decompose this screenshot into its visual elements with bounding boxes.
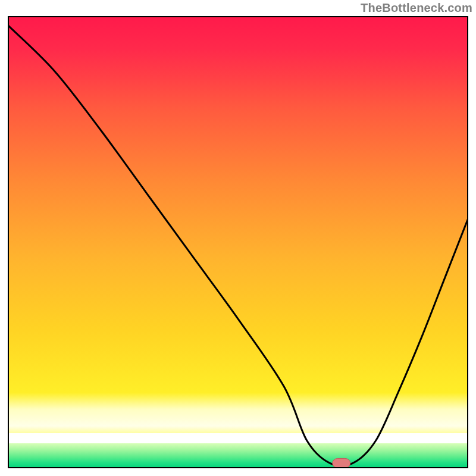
chart-stage: TheBottleneck.com	[0, 0, 476, 476]
svg-rect-3	[8, 443, 468, 468]
svg-rect-2	[8, 393, 468, 440]
bottleneck-chart	[0, 0, 476, 476]
optimum-marker	[333, 458, 350, 468]
svg-rect-1	[8, 17, 468, 433]
watermark-label: TheBottleneck.com	[361, 1, 472, 15]
plot-background	[8, 17, 468, 468]
